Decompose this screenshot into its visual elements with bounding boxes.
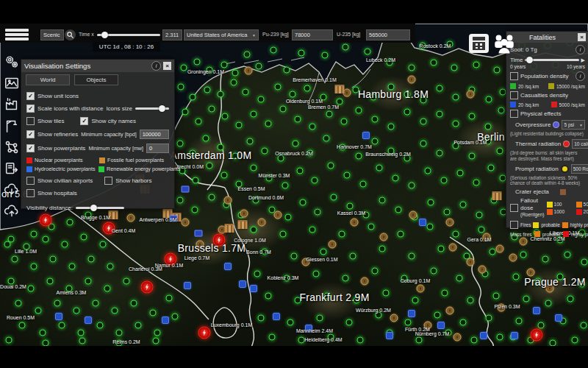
legend-label: Fossile fuel powerplants [107, 157, 164, 163]
city-label: Oldenburg 0.1M [286, 99, 323, 104]
fires-probable-chip [533, 222, 539, 228]
city-label: Charleroi 0.3M [129, 266, 162, 272]
slider-handle[interactable] [101, 32, 108, 38]
fallout-unit-label: (Roentgen) [520, 212, 545, 217]
thermal-select[interactable]: 10 cal/cm2 [572, 139, 588, 149]
legend-label: Hydroelectric powerplants [35, 166, 96, 172]
crater-color-chip [560, 189, 566, 195]
fossil-color-chip [99, 158, 105, 163]
city-label: Dortmund 0.6M [248, 195, 284, 200]
u235-input[interactable]: 565000 [366, 29, 410, 40]
mass-fires-highly-label: highly probable [571, 232, 588, 237]
show-civilian-airports-checkbox[interactable] [26, 177, 35, 185]
min-capacity-mw-input[interactable]: 0 [146, 144, 169, 153]
visibility-distance-slider[interactable] [76, 207, 124, 209]
pu239-label: Pu-239 [kg] [262, 32, 289, 37]
crater-ejecta-label: Crater ejecta [515, 188, 558, 195]
city-label: Giessen 0.1M [306, 257, 337, 262]
cloud-download-icon[interactable] [2, 180, 21, 199]
play-icon[interactable] [581, 57, 585, 63]
menu-icon[interactable] [5, 27, 29, 43]
show-powerplants-checkbox[interactable] [26, 144, 35, 152]
casualties-density-checkbox[interactable] [510, 91, 518, 99]
prompt-select[interactable]: 500 Roentgen [571, 164, 588, 174]
slider-handle[interactable] [159, 105, 165, 112]
settings-gears-icon[interactable] [2, 52, 21, 71]
tab-objects[interactable]: Objects [74, 74, 118, 85]
city-label: Gera 0.1M [467, 237, 491, 242]
panel-header[interactable]: Fatalities × [506, 32, 588, 43]
scale-icons-checkbox[interactable] [26, 105, 35, 113]
crane-icon[interactable] [2, 116, 21, 135]
show-harbors-checkbox[interactable] [104, 177, 112, 185]
fires-checkbox[interactable] [510, 221, 518, 229]
slider-handle[interactable] [90, 205, 97, 211]
icons-size-slider[interactable] [135, 107, 169, 110]
checkbox-label: Show unit icons [37, 93, 79, 99]
show-hospitals-checkbox[interactable] [26, 189, 35, 197]
city-label: Osnabruck 0.2M [275, 151, 312, 156]
min-capacity-bpd-input[interactable]: 100000 [140, 130, 169, 139]
pu239-input[interactable]: 78000 [292, 29, 333, 40]
close-icon[interactable]: × [578, 33, 586, 41]
time-multiplier-slider[interactable] [97, 34, 160, 36]
city-label: Coburg 0.1M [401, 278, 430, 283]
city-label: Liege 0.7M [184, 255, 210, 261]
thermal-caption: (3rd degree burns: all skin layers are d… [506, 150, 588, 162]
physical-effects-checkbox[interactable] [510, 110, 518, 118]
dose-500-chip [576, 202, 582, 208]
pop-high-chip [548, 83, 554, 89]
factory-icon[interactable] [2, 95, 21, 114]
city-label: Kassel 0.3M [337, 210, 366, 216]
time-slider[interactable] [525, 59, 578, 61]
legend-label: Nuclear powerplants [35, 157, 83, 163]
overpressure-dot-icon [553, 121, 559, 128]
city-label: Hamburg 1.8M [358, 88, 429, 100]
info-icon[interactable] [576, 45, 585, 54]
legend-fossil: Fossile fuel powerplants [99, 157, 169, 163]
time-max-label: 10 years [567, 64, 585, 69]
city-label: Braunschweig 0.2M [365, 152, 410, 157]
scenario-name-input[interactable]: Scenic [40, 29, 64, 40]
city-label: Bremerhaven 0.1M [293, 77, 337, 82]
time-multiplier-value: 2.311 [162, 29, 182, 40]
close-icon[interactable]: × [163, 62, 171, 70]
prompt-value: 500 Roentgen [573, 166, 588, 171]
panel-header[interactable]: Visualisation Settings × [21, 60, 174, 72]
overpressure-select[interactable]: 5 psi [562, 120, 585, 130]
fires-label: Fires [520, 222, 531, 227]
show-tiles-checkbox[interactable] [26, 117, 35, 125]
export-document-icon[interactable] [2, 159, 21, 178]
checkbox-label: Show tiles [37, 118, 64, 124]
fires-probable-label: probable [541, 222, 559, 227]
info-icon[interactable] [576, 71, 585, 81]
visibility-distance-label: Visibility distance: [26, 205, 73, 211]
network-icon[interactable] [2, 138, 21, 157]
calculator-icon[interactable] [469, 34, 489, 53]
show-city-names-checkbox[interactable] [80, 117, 88, 125]
slider-handle[interactable] [526, 57, 533, 63]
population-density-checkbox[interactable] [510, 72, 518, 80]
map-image-icon[interactable] [2, 74, 21, 93]
show-refineries-checkbox[interactable] [26, 130, 35, 138]
min-capacity-mw-label: Minimum capacity [mw] [88, 145, 143, 152]
fallout-dose-checkbox[interactable] [510, 204, 518, 212]
pop-high-label: 15000 /sq.km [556, 84, 585, 89]
info-icon[interactable] [151, 61, 161, 71]
city-label: Prague 1.2M [524, 276, 585, 288]
population-groups-icon[interactable] [491, 32, 517, 57]
city-label: Lille 1.0M [15, 249, 37, 254]
legend-label: Renewable energy powerplants [107, 166, 181, 172]
dose-1000-chip [547, 209, 553, 215]
legend-hydro: Hydroelectric powerplants [26, 166, 96, 172]
checkbox-label: Scale icons with distance [37, 105, 103, 112]
country-select[interactable]: United States of America [184, 29, 259, 40]
checkbox-label: Show civilian airports [37, 177, 93, 184]
legend-nuclear: Nuclear powerplants [26, 157, 96, 163]
panel-title: Visualisation Settings [24, 62, 149, 70]
tab-world[interactable]: World [26, 74, 70, 85]
city-label: Heidelberg 0.4M [304, 337, 342, 342]
cloud-upload-icon[interactable] [2, 202, 21, 221]
show-unit-icons-checkbox[interactable] [26, 92, 35, 100]
search-icon[interactable] [65, 29, 76, 40]
